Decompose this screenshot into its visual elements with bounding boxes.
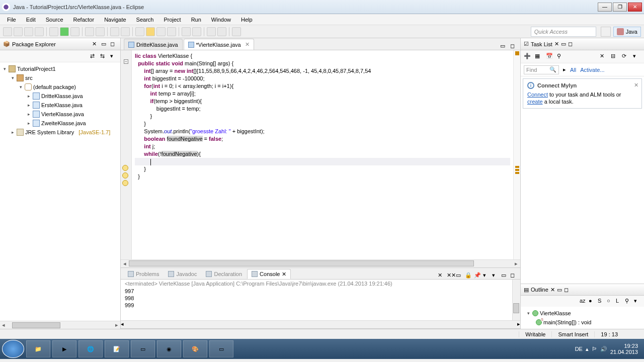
focus-icon[interactable]: ⚲ <box>625 298 632 305</box>
horizontal-scrollbar[interactable]: ◂▸ <box>0 321 120 329</box>
close-icon[interactable]: ✕ <box>634 82 638 88</box>
menu-file[interactable]: File <box>3 16 20 24</box>
tree-file[interactable]: ZweiteKlasse.java <box>41 120 86 126</box>
error-icon[interactable] <box>122 180 128 186</box>
menu-edit[interactable]: Edit <box>22 16 40 24</box>
menu-project[interactable]: Project <box>159 16 185 24</box>
console-vertical-scrollbar[interactable] <box>512 280 520 320</box>
menu-help[interactable]: Help <box>237 16 257 24</box>
overview-ruler[interactable] <box>513 50 520 259</box>
editor-gutter[interactable]: − <box>121 50 132 259</box>
editor-tab-active[interactable]: *VierteKlasse.java✕ <box>184 39 254 50</box>
new-class-button[interactable] <box>96 27 105 36</box>
scroll-lock-icon[interactable]: 🔒 <box>465 272 472 279</box>
back-button[interactable] <box>207 27 216 36</box>
tree-file[interactable]: VierteKlasse.java <box>41 111 84 117</box>
sort-icon[interactable]: az <box>580 298 587 305</box>
collapse-all-icon[interactable]: ⇄ <box>90 53 97 60</box>
system-tray[interactable]: DE ▴🏳🔊 19:2321.04.2013 <box>571 343 642 355</box>
tab-problems[interactable]: Problems <box>124 269 163 279</box>
forward-button[interactable] <box>217 27 226 36</box>
console-output[interactable]: 997998999 <box>121 288 512 320</box>
print-button[interactable] <box>35 27 44 36</box>
warning-icon[interactable] <box>122 172 128 178</box>
display-console-icon[interactable]: ▾ <box>483 272 490 279</box>
start-button[interactable] <box>2 340 24 358</box>
remove-all-icon[interactable]: ✕✕ <box>447 272 454 279</box>
create-link[interactable]: create <box>527 99 543 105</box>
run-button[interactable] <box>60 27 69 36</box>
tree-file[interactable]: DritteKlasse.java <box>41 93 83 99</box>
code-editor[interactable]: − lic class VierteKlasse { public static… <box>121 50 520 259</box>
view-close-icon[interactable]: ✕ <box>92 41 99 48</box>
tree-file[interactable]: ErsteKlasse.java <box>41 102 83 108</box>
tab-declaration[interactable]: Declaration <box>202 269 246 279</box>
menu-source[interactable]: Source <box>42 16 67 24</box>
menu-window[interactable]: Window <box>207 16 235 24</box>
view-menu-icon[interactable]: ▾ <box>634 298 641 305</box>
hide-static-icon[interactable]: S <box>598 298 605 305</box>
code-content[interactable]: lic class VierteKlasse { public static v… <box>132 50 513 259</box>
view-close-icon[interactable]: ✕ <box>550 287 555 293</box>
hide-local-icon[interactable]: L <box>616 298 623 305</box>
editor-min-icon[interactable]: ▭ <box>500 43 507 50</box>
debug-button[interactable] <box>49 27 58 36</box>
new-task-icon[interactable]: ➕ <box>524 53 532 61</box>
package-tree[interactable]: ▾TutorialProject1 ▾src ▾(default package… <box>0 62 120 321</box>
sync-icon[interactable]: ⟳ <box>622 53 630 61</box>
view-menu-icon[interactable]: ▾ <box>110 53 117 60</box>
all-link[interactable]: All <box>570 67 576 73</box>
open-perspective-button[interactable] <box>601 27 611 37</box>
find-input[interactable]: Find🔍 <box>524 65 559 74</box>
menu-navigate[interactable]: Navigate <box>100 16 130 24</box>
taskbar-chrome[interactable]: 🌐 <box>78 340 103 357</box>
warning-icon[interactable] <box>122 165 128 171</box>
toggle-mark-button[interactable] <box>135 27 144 36</box>
outline-tree[interactable]: ▾VierteKlasse main(String[]) : void <box>521 307 644 329</box>
collapse-icon[interactable]: ⊟ <box>611 53 619 61</box>
open-type-button[interactable] <box>110 27 119 36</box>
view-min-icon[interactable]: ▭ <box>101 41 108 48</box>
close-tab-icon[interactable]: ✕ <box>282 271 286 278</box>
taskbar-eclipse[interactable]: ◉ <box>157 340 181 357</box>
taskbar-notepad[interactable]: 📝 <box>105 340 129 357</box>
tab-javadoc[interactable]: Javadoc <box>164 269 201 279</box>
pin-console-icon[interactable]: 📌 <box>474 272 481 279</box>
tree-project[interactable]: TutorialProject1 <box>17 66 56 72</box>
next-annotation-button[interactable] <box>182 27 191 36</box>
activate-link[interactable]: Activate... <box>580 67 604 73</box>
menu-refactor[interactable]: Refactor <box>69 16 99 24</box>
toggle-block-button[interactable] <box>146 27 155 36</box>
hide-icon[interactable]: ✕ <box>600 53 608 61</box>
view-max-icon[interactable]: ◻ <box>510 272 517 279</box>
taskbar-explorer[interactable]: 📁 <box>26 340 50 357</box>
show-whitespace-button[interactable] <box>156 27 166 36</box>
connect-link[interactable]: Connect <box>527 92 548 98</box>
tree-package[interactable]: (default package) <box>33 84 76 90</box>
tree-jre[interactable]: JRE System Library <box>25 129 74 135</box>
remove-launch-icon[interactable]: ✕ <box>438 272 445 279</box>
focus-icon[interactable]: ⚲ <box>557 53 565 61</box>
toggle-breadcrumb-button[interactable] <box>167 27 176 36</box>
prev-annotation-button[interactable] <box>192 27 201 36</box>
view-max-icon[interactable]: ◻ <box>564 287 569 293</box>
close-button[interactable]: ✕ <box>628 3 642 12</box>
save-all-button[interactable] <box>24 27 33 36</box>
categorized-icon[interactable]: ▦ <box>535 53 543 61</box>
console-horizontal-scrollbar[interactable]: ◂▸ <box>121 320 520 328</box>
view-min-icon[interactable]: ▭ <box>501 272 508 279</box>
maximize-button[interactable]: ❐ <box>613 3 627 12</box>
java-perspective-button[interactable]: Java <box>613 27 641 37</box>
menu-search[interactable]: Search <box>132 16 158 24</box>
view-menu-icon[interactable]: ▾ <box>633 53 641 61</box>
close-tab-icon[interactable]: ✕ <box>245 41 250 48</box>
run-last-button[interactable] <box>70 27 79 36</box>
save-button[interactable] <box>14 27 23 36</box>
view-max-icon[interactable]: ◻ <box>110 41 117 48</box>
hide-nonpublic-icon[interactable]: ○ <box>607 298 614 305</box>
view-min-icon[interactable]: ▭ <box>557 287 562 293</box>
menu-run[interactable]: Run <box>187 16 205 24</box>
view-min-icon[interactable]: ▭ <box>561 41 566 47</box>
editor-tab[interactable]: DritteKlasse.java <box>124 39 183 50</box>
scheduled-icon[interactable]: 📅 <box>546 53 554 61</box>
